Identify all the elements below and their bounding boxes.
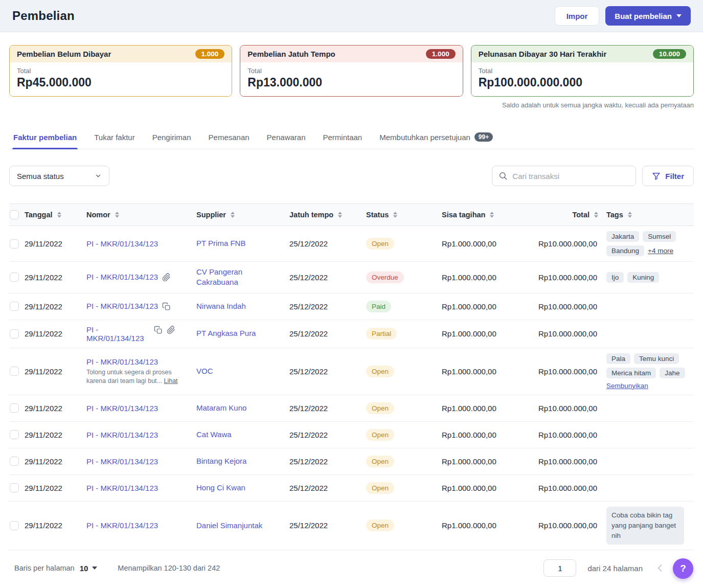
tab-label: Penawaran (267, 133, 306, 142)
cell-status: Paid (366, 301, 442, 312)
tab-pemesanan[interactable]: Pemesanan (208, 128, 251, 149)
row-checkbox[interactable] (10, 457, 19, 466)
invoice-number-link[interactable]: PI - MKR/01/134/123 (86, 273, 158, 281)
invoice-number-link[interactable]: PI - MKR/01/134/123 (86, 302, 158, 310)
import-button[interactable]: Impor (555, 6, 600, 26)
tab-label: Pemesanan (209, 133, 250, 142)
card-settled-header: Pelunasan Dibayar 30 Hari Terakhir 10.00… (471, 46, 693, 62)
cell-status: Open (366, 456, 442, 467)
cell-supplier: Cat Wawa (196, 429, 277, 440)
status-badge: Open (366, 519, 394, 531)
table-row: 29/11/2022PI - MKR/01/134/123Mataram Kun… (9, 395, 694, 422)
rows-per-page-select[interactable]: 10 (80, 564, 98, 573)
invoice-number-link[interactable]: PI - MKR/01/134/123 (86, 457, 158, 466)
column-header-tags[interactable]: Tags (598, 211, 694, 219)
cell-status: Open (366, 366, 442, 377)
total-value: Rp10.000.000,00 (538, 521, 597, 530)
row-checkbox[interactable] (10, 367, 19, 376)
supplier-link[interactable]: Daniel Simanjuntak (196, 521, 262, 530)
row-checkbox-cell (9, 329, 25, 338)
row-checkbox[interactable] (10, 329, 19, 338)
showing-text: Menampilkan 120-130 dari 242 (118, 564, 220, 572)
page-title: Pembelian (12, 9, 75, 23)
hide-tags-link[interactable]: Sembunyikan (606, 382, 648, 390)
tab-penawaran[interactable]: Penawaran (266, 128, 307, 149)
nomor-line: PI - MKR/01/134/123 (86, 431, 191, 439)
tab-pengiriman[interactable]: Pengiriman (151, 128, 192, 149)
row-checkbox[interactable] (10, 403, 19, 413)
supplier-link[interactable]: Bintang Kejora (196, 457, 246, 465)
invoice-number-link[interactable]: PI - MKR/01/134/123 (86, 325, 150, 343)
row-checkbox[interactable] (10, 483, 19, 492)
total-value: Rp10.000.000,00 (538, 431, 597, 439)
supplier-link[interactable]: Hong Ci Kwan (196, 483, 245, 492)
help-button[interactable]: ? (673, 558, 693, 579)
supplier-link[interactable]: CV Pangeran Cakrabuana (196, 267, 242, 286)
tab-faktur-pembelian[interactable]: Faktur pembelian (12, 128, 78, 149)
long-tag-pill: Coba coba bikin tag yang panjang banget … (606, 507, 684, 545)
tab-membutuhkan-persetujuan[interactable]: Membutuhkan persetujuan99+ (378, 128, 494, 149)
select-all-checkbox[interactable] (10, 210, 19, 219)
invoice-number-link[interactable]: PI - MKR/01/134/123 (86, 484, 158, 492)
row-checkbox-cell (9, 521, 25, 530)
nomor-line: PI - MKR/01/134/123 (86, 457, 191, 466)
status-filter-select[interactable]: Semua status (9, 166, 109, 186)
cell-jatuh-tempo: 25/12/2022 (289, 404, 366, 413)
copy-icon[interactable] (154, 326, 163, 334)
cell-supplier: Hong Ci Kwan (196, 483, 277, 493)
tag-pill: Sumsel (643, 231, 676, 242)
card-settled: Pelunasan Dibayar 30 Hari Terakhir 10.00… (471, 45, 694, 97)
column-header-sisa-tagihan[interactable]: Sisa tagihan (442, 211, 516, 219)
column-header-supplier[interactable]: Supplier (196, 211, 289, 219)
column-label: Nomor (86, 211, 110, 219)
cell-jatuh-tempo: 25/12/2022 (289, 239, 366, 248)
supplier-link[interactable]: PT Prima FNB (196, 239, 245, 247)
row-checkbox[interactable] (10, 239, 19, 248)
tab-permintaan[interactable]: Permintaan (322, 128, 364, 149)
select-all-cell (9, 210, 25, 219)
row-checkbox[interactable] (10, 273, 19, 282)
create-purchase-button[interactable]: Buat pembelian (605, 6, 691, 26)
invoice-number-link[interactable]: PI - MKR/01/134/123 (86, 357, 158, 366)
column-header-total[interactable]: Total (516, 211, 598, 219)
total-value: Rp10.000.000,00 (538, 457, 597, 466)
invoice-number-link[interactable]: PI - MKR/01/134/123 (86, 431, 158, 439)
cell-supplier: Mataram Kuno (196, 403, 277, 413)
search-input[interactable] (512, 172, 629, 180)
filter-button[interactable]: Filter (642, 166, 694, 186)
column-header-status[interactable]: Status (366, 211, 442, 219)
cell-tanggal: 29/11/2022 (25, 329, 86, 338)
invoice-number-link[interactable]: PI - MKR/01/134/123 (86, 521, 158, 530)
copy-icon[interactable] (162, 302, 171, 311)
note-see-link[interactable]: Lihat (164, 377, 177, 385)
column-header-nomor[interactable]: Nomor (86, 211, 196, 219)
nomor-line: PI - MKR/01/134/123 (86, 404, 191, 413)
cell-sisa-tagihan: Rp1.000.000,00 (442, 521, 516, 530)
row-checkbox[interactable] (10, 302, 19, 311)
supplier-link[interactable]: Nirwana Indah (196, 302, 246, 310)
nomor-line: PI - MKR/01/134/123 (86, 273, 191, 282)
row-checkbox[interactable] (10, 521, 19, 530)
chevron-down-icon (95, 172, 102, 179)
more-tags-link[interactable]: +4 more (648, 247, 673, 255)
supplier-link[interactable]: Cat Wawa (196, 430, 232, 439)
supplier-link[interactable]: Mataram Kuno (196, 403, 246, 412)
cell-tanggal: 29/11/2022 (25, 457, 86, 466)
invoice-number-link[interactable]: PI - MKR/01/134/123 (86, 404, 158, 413)
invoice-number-link[interactable]: PI - MKR/01/134/123 (86, 239, 158, 248)
tab-label: Permintaan (323, 133, 362, 142)
supplier-link[interactable]: PT Angkasa Pura (196, 329, 256, 337)
row-checkbox[interactable] (10, 430, 19, 439)
invoice-note-text: Tolong untuk segera di proses karena dar… (86, 369, 172, 385)
cell-sisa-tagihan: Rp1.000.000,00 (442, 457, 516, 466)
previous-page-button[interactable] (654, 562, 666, 574)
cell-tags: IjoKuning (598, 272, 694, 283)
column-header-jatuh-tempo[interactable]: Jatuh tempo (289, 211, 366, 219)
page-number-input[interactable] (543, 559, 576, 577)
tab-tukar-faktur[interactable]: Tukar faktur (93, 128, 135, 149)
summary-cards: Pembelian Belum Dibayar 1.000 Total Rp45… (9, 45, 694, 97)
supplier-link[interactable]: VOC (196, 367, 213, 375)
column-header-tanggal[interactable]: Tanggal (25, 211, 86, 219)
cell-sisa-tagihan: Rp1.000.000,00 (442, 302, 516, 311)
cell-nomor: PI - MKR/01/134/123 (86, 431, 196, 439)
